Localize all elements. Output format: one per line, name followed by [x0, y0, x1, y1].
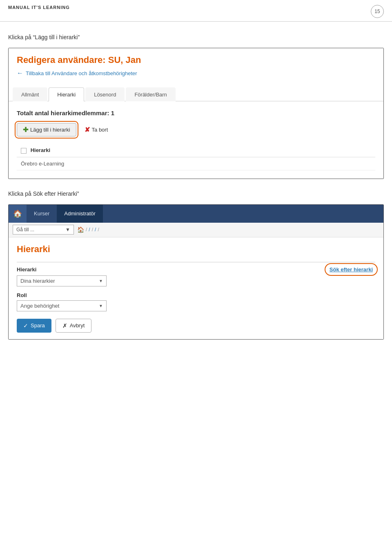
tabs-row: Allmänt Hierarki Lösenord Förälder/Barn: [9, 87, 383, 101]
sub-nav: Gå till ... ▼ 🏠 / / / / /: [9, 223, 383, 237]
table-header-label: Hierarki: [31, 147, 50, 153]
tab-losenord[interactable]: Lösenord: [85, 87, 125, 101]
screenshot-hierarki-page: 🏠 Kurser Administratör Gå till ... ▼ 🏠 /…: [8, 204, 384, 340]
goto-placeholder: Gå till ...: [16, 227, 34, 233]
header-checkbox[interactable]: [21, 148, 27, 154]
nav-bar: 🏠 Kurser Administratör: [9, 205, 383, 223]
role-section: Roll Ange behörighet ▼: [17, 292, 375, 311]
main-content: Klicka på “Lägg till i hierarki” Rediger…: [0, 22, 392, 359]
hierarchy-select-value: Dina hierarkier: [20, 278, 55, 284]
edit-user-title: Redigera användare: SU, Jan: [17, 55, 375, 65]
tab-hierarki[interactable]: Hierarki: [49, 87, 84, 101]
action-buttons: ✓ Spara ✗ Avbryt: [17, 319, 375, 333]
role-select-arrow-icon: ▼: [99, 304, 103, 308]
breadcrumb: 🏠 / / / / /: [77, 226, 99, 233]
edit-user-header: Redigera användare: SU, Jan ← Tillbaka t…: [9, 48, 383, 87]
table-cell-name: Örebro e-Learning: [17, 157, 375, 170]
save-icon: ✓: [23, 322, 28, 329]
instruction-2: Klicka på Sök efter Hierarki”: [8, 190, 384, 197]
save-label: Spara: [31, 322, 45, 329]
breadcrumb-sep-1: /: [86, 227, 87, 233]
screenshot-edit-user: Redigera användare: SU, Jan ← Tillbaka t…: [8, 48, 384, 179]
page-number: 15: [371, 5, 384, 18]
page-header: MANUAL IT'S LEARNING 15: [0, 0, 392, 22]
tab-allment[interactable]: Allmänt: [13, 87, 47, 101]
breadcrumb-sep-2: /: [92, 227, 93, 233]
tab-content: Totalt antal hierarkimedlemmar: 1 ✚ Lägg…: [9, 101, 383, 179]
role-select-value: Ange behörighet: [20, 303, 59, 309]
nav-item-administrator[interactable]: Administratör: [57, 205, 103, 223]
section-title: Totalt antal hierarkimedlemmar: 1: [17, 110, 375, 116]
hierarchy-section: Hierarki Sök efter hierarki Dina hierark…: [17, 266, 375, 286]
back-link[interactable]: ← Tillbaka till Användare och åtkomstbeh…: [17, 69, 375, 77]
page-title: MANUAL IT'S LEARNING: [8, 5, 70, 10]
hierarchy-form-label: Hierarki Sök efter hierarki: [17, 266, 375, 273]
role-select[interactable]: Ange behörighet ▼: [17, 300, 107, 311]
breadcrumb-users[interactable]: /: [95, 227, 96, 233]
back-arrow-icon: ←: [17, 69, 23, 77]
cancel-button[interactable]: ✗ Avbryt: [56, 319, 92, 333]
remove-label: Ta bort: [92, 127, 108, 133]
nav-home-icon[interactable]: 🏠: [9, 205, 27, 223]
goto-select[interactable]: Gå till ... ▼: [13, 225, 74, 235]
breadcrumb-administration[interactable]: /: [89, 227, 90, 233]
hierarki-page-content: Hierarki Hierarki Sök efter hierarki Din…: [9, 237, 383, 339]
divider: [17, 262, 375, 262]
hierarki-page-title: Hierarki: [17, 244, 375, 255]
add-hierarchy-button[interactable]: ✚ Lägg till i hierarki: [17, 123, 76, 136]
tab-foralderbarn[interactable]: Förälder/Barn: [126, 87, 175, 101]
nav-item-kurser[interactable]: Kurser: [27, 205, 57, 223]
breadcrumb-home-icon[interactable]: 🏠: [77, 226, 84, 233]
search-hierarchy-link[interactable]: Sök efter hierarki: [327, 266, 375, 273]
cancel-icon: ✗: [62, 322, 67, 329]
table-header-hierarki: Hierarki: [17, 144, 375, 157]
hierarchy-select[interactable]: Dina hierarkier ▼: [17, 275, 107, 286]
table-row: Örebro e-Learning: [17, 157, 375, 170]
buttons-row: ✚ Lägg till i hierarki ✘ Ta bort: [17, 123, 375, 136]
x-icon: ✘: [85, 126, 90, 134]
hierarchy-label-text: Hierarki: [17, 266, 36, 273]
save-button[interactable]: ✓ Spara: [17, 319, 51, 333]
role-label: Roll: [17, 292, 375, 298]
instruction-1: Klicka på “Lägg till i hierarki”: [8, 34, 384, 40]
remove-button[interactable]: ✘ Ta bort: [85, 126, 108, 134]
hierarchy-select-arrow-icon: ▼: [99, 279, 103, 283]
plus-icon: ✚: [23, 126, 28, 134]
breadcrumb-sep-3: /: [98, 227, 99, 233]
goto-arrow-icon: ▼: [65, 227, 70, 233]
cancel-label: Avbryt: [70, 322, 85, 329]
back-link-text: Tillbaka till Användare och åtkomstbehör…: [26, 70, 137, 76]
add-hierarchy-label: Lägg till i hierarki: [30, 127, 70, 133]
hierarchy-table: Hierarki Örebro e-Learning: [17, 144, 375, 170]
